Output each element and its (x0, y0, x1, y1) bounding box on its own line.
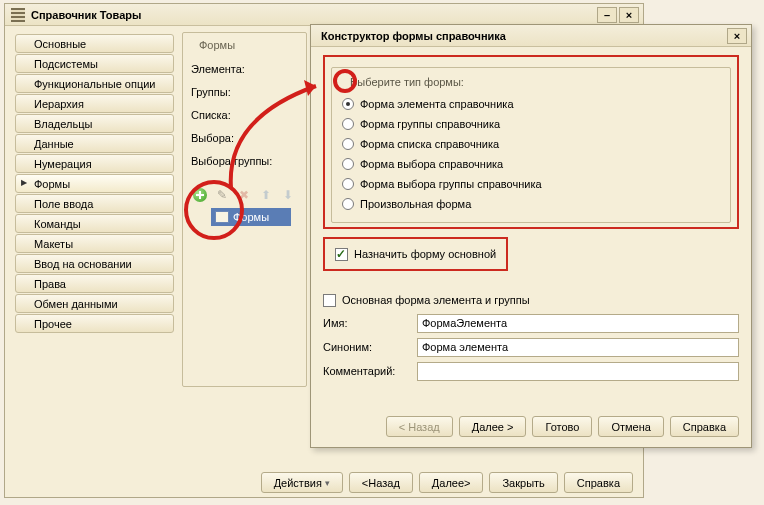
dialog-back-button: < Назад (386, 416, 453, 437)
sidebar-item-input-field[interactable]: Поле ввода (15, 194, 174, 213)
annotation-box-default: Назначить форму основной (323, 237, 508, 271)
sidebar-item-exchange[interactable]: Обмен данными (15, 294, 174, 313)
sidebar-item-input-based[interactable]: Ввод на основании (15, 254, 174, 273)
minimize-button[interactable]: – (597, 7, 617, 23)
sidebar-item-data[interactable]: Данные (15, 134, 174, 153)
dialog-next-button[interactable]: Далее > (459, 416, 527, 437)
form-row-group-choice: Выбора группы: (191, 149, 298, 172)
main-next-button[interactable]: Далее> (419, 472, 484, 493)
name-label: Имя: (323, 317, 413, 329)
main-help-button[interactable]: Справка (564, 472, 633, 493)
sidebar-item-numbering[interactable]: Нумерация (15, 154, 174, 173)
form-icon (215, 211, 229, 223)
element-group-form-checkbox[interactable]: Основная форма элемента и группы (323, 289, 739, 311)
sidebar: Основные Подсистемы Функциональные опции… (5, 26, 180, 469)
radio-icon (342, 98, 354, 110)
main-title: Справочник Товары (31, 9, 141, 21)
radio-custom-form[interactable]: Произвольная форма (342, 194, 720, 214)
dialog-close-button[interactable]: × (727, 28, 747, 44)
forms-tree-root-label: Формы (233, 211, 269, 223)
sidebar-item-layouts[interactable]: Макеты (15, 234, 174, 253)
dialog-button-bar: < Назад Далее > Готово Отмена Справка (311, 416, 751, 447)
move-up-button: ⬆ (257, 186, 275, 204)
radio-element-form[interactable]: Форма элемента справочника (342, 94, 720, 114)
radio-group-choice-form[interactable]: Форма выбора группы справочника (342, 174, 720, 194)
name-input[interactable]: ФормаЭлемента (417, 314, 739, 333)
synonym-input[interactable]: Форма элемента (417, 338, 739, 357)
synonym-label: Синоним: (323, 341, 413, 353)
sidebar-item-rights[interactable]: Права (15, 274, 174, 293)
sidebar-item-main[interactable]: Основные (15, 34, 174, 53)
radio-choice-form[interactable]: Форма выбора справочника (342, 154, 720, 174)
arrow-up-icon: ⬆ (261, 188, 271, 202)
checkbox-icon (335, 248, 348, 261)
forms-group-title: Формы (195, 39, 239, 51)
sidebar-item-subsystems[interactable]: Подсистемы (15, 54, 174, 73)
radio-icon (342, 158, 354, 170)
main-bottom-bar: Действия <Назад Далее> Закрыть Справка (5, 472, 643, 493)
forms-toolbar: ✎ ✖ ⬆ ⬇ (191, 186, 298, 204)
dialog-help-button[interactable]: Справка (670, 416, 739, 437)
close-button[interactable]: × (619, 7, 639, 23)
radio-icon (342, 198, 354, 210)
add-form-button[interactable] (191, 186, 209, 204)
actions-button[interactable]: Действия (261, 472, 343, 493)
dialog-title: Конструктор формы справочника (321, 30, 506, 42)
sidebar-item-func-options[interactable]: Функциональные опции (15, 74, 174, 93)
form-type-group: Выберите тип формы: Форма элемента справ… (331, 67, 731, 223)
radio-group-form[interactable]: Форма группы справочника (342, 114, 720, 134)
dialog-cancel-button[interactable]: Отмена (598, 416, 663, 437)
main-close-button[interactable]: Закрыть (489, 472, 557, 493)
move-down-button: ⬇ (279, 186, 297, 204)
sidebar-item-other[interactable]: Прочее (15, 314, 174, 333)
sidebar-item-forms[interactable]: Формы (15, 174, 174, 193)
radio-icon (342, 118, 354, 130)
form-constructor-dialog: Конструктор формы справочника × Выберите… (310, 24, 752, 448)
form-row-list: Списка: (191, 103, 298, 126)
sidebar-item-hierarchy[interactable]: Иерархия (15, 94, 174, 113)
dialog-finish-button[interactable]: Готово (532, 416, 592, 437)
sidebar-item-commands[interactable]: Команды (15, 214, 174, 233)
annotation-box-types: Выберите тип формы: Форма элемента справ… (323, 55, 739, 229)
form-row-group: Группы: (191, 80, 298, 103)
form-row-choice: Выбора: (191, 126, 298, 149)
radio-list-form[interactable]: Форма списка справочника (342, 134, 720, 154)
main-back-button[interactable]: <Назад (349, 472, 413, 493)
arrow-down-icon: ⬇ (283, 188, 293, 202)
forms-tree-root[interactable]: Формы (211, 208, 291, 226)
comment-label: Комментарий: (323, 365, 413, 377)
main-titlebar: Справочник Товары – × (5, 4, 643, 26)
dialog-titlebar: Конструктор формы справочника × (311, 25, 751, 47)
delete-icon: ✖ (239, 188, 249, 202)
checkbox-icon (323, 294, 336, 307)
form-type-group-title: Выберите тип формы: (346, 76, 468, 88)
forms-group: Формы Элемента: Группы: Списка: Выбора: … (182, 32, 307, 387)
comment-input[interactable] (417, 362, 739, 381)
pencil-icon: ✎ (217, 188, 227, 202)
delete-form-button: ✖ (235, 186, 253, 204)
make-default-checkbox[interactable]: Назначить форму основной (335, 243, 496, 265)
form-row-element: Элемента: (191, 57, 298, 80)
edit-form-button: ✎ (213, 186, 231, 204)
sidebar-item-owners[interactable]: Владельцы (15, 114, 174, 133)
radio-icon (342, 178, 354, 190)
plus-icon (193, 188, 207, 202)
radio-icon (342, 138, 354, 150)
app-icon (11, 8, 25, 22)
